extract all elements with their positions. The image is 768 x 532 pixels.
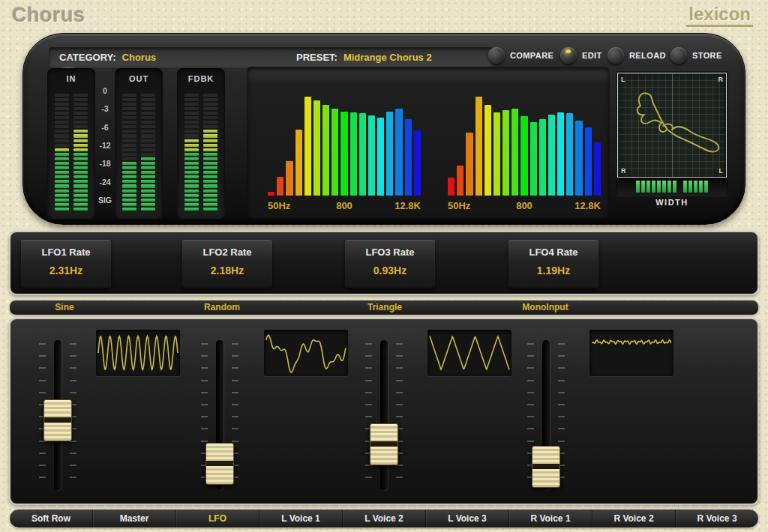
spectrum-bar xyxy=(594,142,601,196)
fader-track[interactable] xyxy=(380,340,388,490)
fader-ticks-left xyxy=(365,343,372,489)
tab-master[interactable]: Master xyxy=(92,510,176,528)
spectrum-bar xyxy=(494,112,500,196)
tab-l-voice-3[interactable]: L Voice 3 xyxy=(425,510,508,528)
lfo1-rate-readout[interactable]: LFO1 Rate2.31Hz xyxy=(21,240,111,288)
meter-out: OUT xyxy=(115,68,163,218)
tab-l-voice-1[interactable]: L Voice 1 xyxy=(259,510,342,528)
meter-channel xyxy=(74,91,88,211)
lfo2-waveform-display xyxy=(264,330,348,376)
tab-r-voice-2[interactable]: R Voice 2 xyxy=(592,510,675,528)
spectrum-bar xyxy=(448,178,454,196)
lfo-rate-label: LFO1 Rate xyxy=(21,247,111,258)
edit-knob-icon[interactable] xyxy=(560,47,577,64)
spectrum-bar xyxy=(296,130,302,196)
meter-segment xyxy=(122,121,136,124)
meter-segment xyxy=(55,171,69,174)
meter-segment xyxy=(55,103,69,106)
meter-segment xyxy=(203,116,218,119)
waveform-trace xyxy=(590,330,674,376)
meter-segment xyxy=(184,190,199,193)
meter-label: IN xyxy=(47,74,95,83)
lfo1-depth-fader[interactable] xyxy=(34,337,82,496)
meter-segment xyxy=(141,107,155,110)
lfo2-depth-fader[interactable] xyxy=(196,337,244,496)
fader-thumb[interactable] xyxy=(206,443,234,485)
meter-segment xyxy=(55,199,69,202)
meter-segment xyxy=(74,134,88,137)
tab-l-voice-2[interactable]: L Voice 2 xyxy=(342,510,425,528)
lfo-rates-panel: LFO1 Rate2.31HzLFO2 Rate2.18HzLFO3 Rate0… xyxy=(9,231,759,295)
meter-segment xyxy=(55,180,69,183)
meter-segment xyxy=(184,184,199,187)
right-spectrum: 50Hz80012.8K xyxy=(431,67,608,218)
spectrum-bar xyxy=(512,109,518,196)
lfo3-depth-fader[interactable] xyxy=(360,337,408,496)
meter-segment xyxy=(122,144,136,147)
meter-segment xyxy=(203,144,218,147)
button-edit[interactable]: EDIT xyxy=(560,47,602,64)
tab-r-voice-1[interactable]: R Voice 1 xyxy=(508,510,592,528)
meter-segment xyxy=(184,103,199,106)
lfo4-rate-readout[interactable]: LFO4 Rate1.19Hz xyxy=(508,240,598,288)
meter-scale-tick: -24 xyxy=(99,178,110,187)
preset-value[interactable]: Midrange Chorus 2 xyxy=(344,52,432,63)
spectrum-bar xyxy=(350,112,357,196)
fader-thumb[interactable] xyxy=(370,423,398,465)
lfo-rate-value: 0.93Hz xyxy=(345,265,435,276)
category-label: CATEGORY: xyxy=(59,52,116,63)
meter-segment xyxy=(55,139,69,142)
spectrum-bar xyxy=(395,109,402,196)
meter-segment xyxy=(74,121,88,124)
category-value[interactable]: Chorus xyxy=(122,52,157,63)
spectrum-tick-label: 800 xyxy=(516,200,532,211)
width-meter xyxy=(616,178,728,196)
meter-segment xyxy=(74,144,88,147)
tab-lfo[interactable]: LFO xyxy=(176,510,259,528)
tab-soft-row[interactable]: Soft Row xyxy=(10,510,92,528)
lfo3-rate-readout[interactable]: LFO3 Rate0.93Hz xyxy=(345,240,435,288)
preset-bar[interactable]: CATEGORY: Chorus PRESET: Midrange Chorus… xyxy=(49,47,493,67)
meter-segment xyxy=(203,162,218,165)
meter-segment xyxy=(203,171,218,174)
meter-segment xyxy=(184,148,199,151)
width-segment xyxy=(662,181,666,193)
meter-segment xyxy=(55,94,69,97)
fader-thumb[interactable] xyxy=(44,399,72,441)
lfo-shape-strip: SineRandomTriangleMonoInput xyxy=(9,300,759,315)
width-segment xyxy=(704,181,708,193)
meter-segment xyxy=(203,175,218,178)
compare-knob-icon[interactable] xyxy=(488,47,505,64)
fader-thumb[interactable] xyxy=(532,446,560,488)
width-segment xyxy=(699,181,703,193)
width-segment xyxy=(657,181,661,193)
spectrum-bar xyxy=(304,97,311,196)
tab-r-voice-3[interactable]: R Voice 3 xyxy=(675,510,758,528)
lfo4-depth-fader[interactable] xyxy=(522,337,570,496)
meter-segment xyxy=(122,194,136,197)
meter-scale-tick: SIG xyxy=(98,196,112,205)
button-store[interactable]: STORE xyxy=(670,47,722,64)
meter-segment xyxy=(55,175,69,178)
button-compare[interactable]: COMPARE xyxy=(488,47,554,64)
meter-segment xyxy=(55,203,69,206)
reload-knob-icon[interactable] xyxy=(608,47,624,64)
meter-segment xyxy=(122,199,136,202)
meter-segment xyxy=(74,199,88,202)
meter-segment xyxy=(203,184,218,187)
meter-segment xyxy=(184,157,199,160)
store-knob-icon[interactable] xyxy=(670,47,687,64)
button-reload[interactable]: RELOAD xyxy=(608,47,666,64)
spectrum-bar xyxy=(566,113,573,196)
meter-segment xyxy=(55,125,69,128)
meter-segment xyxy=(74,153,88,156)
meter-scale: 0-3-6-12-18-24SIG xyxy=(94,86,116,205)
spectrum-bar xyxy=(322,105,329,196)
lfo-rate-label: LFO4 Rate xyxy=(508,247,598,258)
lfo2-rate-readout[interactable]: LFO2 Rate2.18Hz xyxy=(182,240,272,288)
meter-segment xyxy=(141,157,155,160)
lfo1-shape-label: Sine xyxy=(20,302,110,312)
meter-segment xyxy=(203,208,218,211)
meter-segment xyxy=(74,203,88,206)
meter-segment xyxy=(184,112,199,115)
